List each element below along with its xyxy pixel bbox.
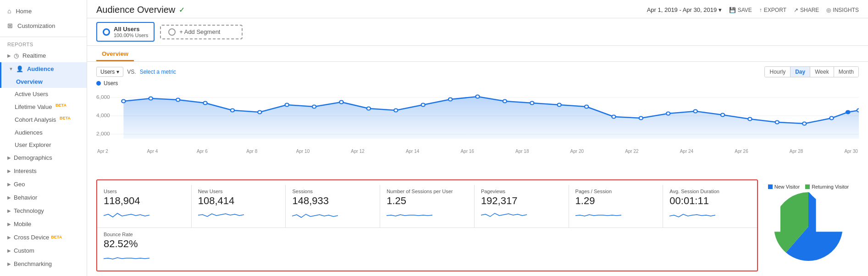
metric-users-label: Users [104,189,185,194]
x-axis-labels: Apr 2Apr 3Apr 4Apr 5Apr 6Apr 7Apr 8Apr 9… [96,149,859,154]
export-icon: ↑ [759,7,762,13]
metric-dropdown-arrow: ▾ [116,69,119,75]
metric-new-users-value: 108,414 [198,195,279,207]
page-title-text: Audience Overview [96,5,175,15]
save-label: SAVE [738,7,752,13]
metric-users: Users 118,904 [97,185,192,227]
sidebar-item-geo[interactable]: ▶ Geo [0,178,87,191]
sidebar-item-realtime[interactable]: ▶ ◷ Realtime [0,49,87,62]
add-segment-label: + Add Segment [179,28,220,35]
sparkline-sessions [292,209,338,222]
tab-overview[interactable]: Overview [96,48,134,61]
sidebar-item-audiences[interactable]: Audiences [0,126,87,139]
sidebar-item-custom[interactable]: ▶ Custom [0,244,87,257]
expand-arrow-cross-device-icon: ▶ [7,235,11,240]
svg-text:6,000: 6,000 [96,95,110,100]
x-label: Apr 4 [147,149,158,154]
sidebar-item-user-explorer[interactable]: User Explorer [0,139,87,151]
time-btn-day[interactable]: Day [791,67,810,77]
all-users-label: All Users [114,26,148,32]
add-segment-button[interactable]: + Add Segment [160,25,243,39]
chart-legend: Users [96,80,859,87]
svg-point-25 [639,117,643,120]
metric-sessions-label: Sessions [292,189,373,194]
audiences-label: Audiences [15,129,43,136]
metric-pages-per-session-value: 1.29 [575,195,657,207]
x-label: Apr 26 [735,149,748,154]
benchmarking-label: Benchmarking [14,260,52,267]
all-users-sublabel: 100.00% Users [114,32,148,38]
svg-point-14 [339,101,343,104]
svg-point-34 [857,109,859,112]
interests-label: Interests [14,168,37,174]
metric-selector: Users ▾ VS. Select a metric [96,67,176,77]
insights-icon: ◎ [826,7,831,13]
metrics-row-2: Bounce Rate 82.52% [97,228,757,271]
mobile-label: Mobile [14,221,31,227]
metric-dropdown-label: Users [100,69,115,75]
lifetime-value-label: Lifetime Value [15,103,52,110]
metric-avg-session-duration-label: Avg. Session Duration [669,189,751,194]
sidebar-item-lifetime-value[interactable]: Lifetime Value BETA [0,100,87,113]
time-btn-week[interactable]: Week [810,67,834,77]
share-icon: ↗ [794,7,798,13]
svg-point-20 [503,100,507,103]
sidebar-item-customization[interactable]: ⊞ Customization [0,18,87,33]
legend-label: Users [104,80,118,87]
x-label: Apr 24 [680,149,693,154]
pie-chart-svg: 81.2% 18.8% [774,192,843,261]
sidebar-item-interests[interactable]: ▶ Interests [0,164,87,178]
sidebar-item-behavior[interactable]: ▶ Behavior [0,191,87,204]
sidebar-item-benchmarking[interactable]: ▶ Benchmarking [0,257,87,271]
sparkline-bounce-rate [104,252,149,265]
insights-label: INSIGHTS [833,7,859,13]
sparkline-sessions-per-user [387,209,432,222]
metric-sessions-value: 148,933 [292,195,373,207]
sidebar-item-demographics[interactable]: ▶ Demographics [0,151,87,164]
time-btn-hourly[interactable]: Hourly [765,67,791,77]
metric-dropdown[interactable]: Users ▾ [96,67,123,77]
x-label: Apr 20 [570,149,584,154]
svg-point-33 [846,111,850,114]
verified-icon: ✓ [179,5,185,14]
expand-arrow-geo-icon: ▶ [7,182,11,187]
all-users-segment[interactable]: All Users 100.00% Users [96,22,155,42]
time-btn-month[interactable]: Month [834,67,858,77]
overview-label: Overview [16,78,43,85]
sidebar-item-mobile[interactable]: ▶ Mobile [0,217,87,231]
sparkline-pageviews [481,209,527,222]
new-visitor-legend-label: New Visitor [774,184,800,189]
sidebar-item-cross-device[interactable]: ▶ Cross Device BETA [0,231,87,244]
metric-new-users: New Users 108,414 [192,185,286,227]
date-range[interactable]: Apr 1, 2019 - Apr 30, 2019 ▾ [647,6,722,13]
share-button[interactable]: ↗ SHARE [794,7,819,13]
save-button[interactable]: 💾 SAVE [729,7,752,13]
sidebar-item-home[interactable]: ⌂ Home [0,4,87,18]
x-label: Apr 18 [515,149,529,154]
segment-bar: All Users 100.00% Users + Add Segment [87,18,868,46]
beta-badge-cohort: BETA [60,116,71,120]
expand-arrow-demographics-icon: ▶ [7,155,11,160]
metric-sessions-per-user-value: 1.25 [387,195,468,207]
sidebar-item-cohort-analysis[interactable]: Cohort Analysis BETA [0,113,87,126]
svg-point-26 [666,112,670,115]
returning-visitor-color-dot [805,184,810,189]
svg-point-8 [176,98,180,102]
expand-arrow-icon: ▶ [7,53,11,58]
export-button[interactable]: ↑ EXPORT [759,7,786,13]
x-label: Apr 12 [351,149,364,154]
metric-sessions: Sessions 148,933 [286,185,380,227]
insights-button[interactable]: ◎ INSIGHTS [826,7,859,13]
sidebar-item-overview[interactable]: Overview [0,76,87,88]
select-metric-link[interactable]: Select a metric [140,69,176,75]
metrics-row-1: Users 118,904 New Users 108,414 Sessions… [97,185,757,228]
metric-bounce-rate-label: Bounce Rate [104,232,164,237]
pie-legend: New Visitor Returning Visitor [763,184,854,189]
svg-point-15 [367,107,370,110]
sidebar-item-active-users[interactable]: Active Users [0,88,87,100]
metric-pageviews: Pageviews 192,317 [475,185,569,227]
sidebar-item-technology[interactable]: ▶ Technology [0,204,87,217]
svg-point-11 [258,111,261,114]
sidebar-item-audience[interactable]: ▼ 👤 Audience [0,62,87,76]
header-actions: Apr 1, 2019 - Apr 30, 2019 ▾ 💾 SAVE ↑ EX… [647,6,859,13]
